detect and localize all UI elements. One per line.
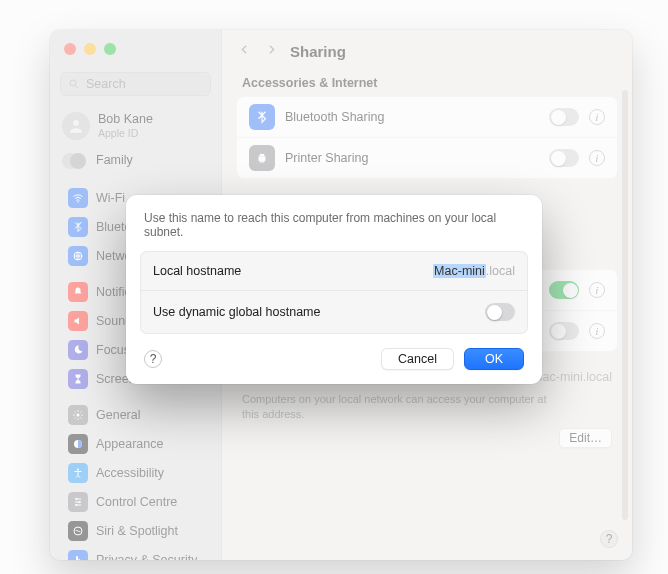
dialog-help-button[interactable]: ? [144, 350, 162, 368]
hostname-suffix: .local [486, 264, 515, 278]
local-hostname-dialog: Use this name to reach this computer fro… [126, 195, 542, 384]
cancel-button[interactable]: Cancel [381, 348, 454, 370]
dialog-hostname-row: Local hostname Mac-mini.local [141, 252, 527, 291]
dynamic-hostname-toggle[interactable] [485, 303, 515, 321]
dynamic-hostname-label: Use dynamic global hostname [153, 305, 320, 319]
dialog-message: Use this name to reach this computer fro… [140, 209, 528, 251]
hostname-field[interactable]: Mac-mini.local [433, 264, 515, 278]
ok-button[interactable]: OK [464, 348, 524, 370]
dialog-dynamic-row: Use dynamic global hostname [141, 291, 527, 333]
dialog-hostname-label: Local hostname [153, 264, 241, 278]
hostname-editable-text[interactable]: Mac-mini [433, 264, 486, 278]
